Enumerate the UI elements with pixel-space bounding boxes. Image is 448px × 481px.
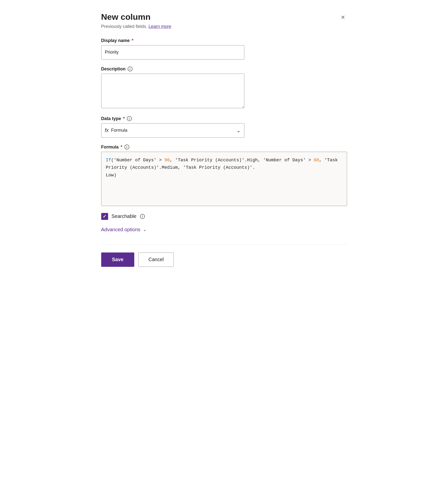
data-type-select-wrapper: fx Formula ⌄ — [101, 123, 244, 138]
data-type-value: Formula — [111, 128, 127, 133]
searchable-row: ✓ Searchable i — [101, 213, 347, 220]
description-info-icon[interactable]: i — [128, 66, 133, 71]
formula-group: Formula * i If('Number of Days' > 90, 'T… — [101, 145, 347, 206]
close-button[interactable]: × — [339, 13, 347, 22]
dialog-title: New column — [101, 12, 151, 22]
searchable-info-icon[interactable]: i — [140, 214, 145, 219]
button-row: Save Cancel — [101, 252, 347, 267]
data-type-label: Data type * i — [101, 116, 347, 121]
formula-text: If('Number of Days' > 90, 'Task Priority… — [106, 158, 341, 178]
data-type-select[interactable]: fx Formula ⌄ — [101, 123, 244, 138]
footer-divider — [101, 244, 347, 245]
formula-editor[interactable]: If('Number of Days' > 90, 'Task Priority… — [101, 152, 347, 206]
cancel-button[interactable]: Cancel — [138, 252, 174, 267]
new-column-dialog: New column × Previously called fields. L… — [88, 0, 360, 279]
display-name-label: Display name * — [101, 38, 347, 43]
formula-label: Formula * i — [101, 145, 347, 150]
required-star-formula: * — [121, 145, 122, 150]
display-name-input[interactable] — [101, 45, 244, 60]
required-star-display-name: * — [132, 38, 134, 43]
dialog-header: New column × — [101, 12, 347, 22]
description-group: Description i — [101, 66, 347, 109]
display-name-group: Display name * — [101, 38, 347, 60]
description-input[interactable] — [101, 74, 244, 108]
data-type-info-icon[interactable]: i — [127, 116, 132, 121]
formula-info-icon[interactable]: i — [124, 145, 129, 149]
dialog-subtitle: Previously called fields. Learn more — [101, 24, 347, 29]
learn-more-link[interactable]: Learn more — [149, 24, 171, 29]
advanced-options-row[interactable]: Advanced options ⌄ — [101, 227, 347, 232]
required-star-data-type: * — [123, 116, 125, 121]
fx-icon: fx — [105, 127, 109, 133]
advanced-options-label: Advanced options — [101, 227, 140, 232]
searchable-checkbox[interactable]: ✓ — [101, 213, 108, 220]
data-type-group: Data type * i fx Formula ⌄ — [101, 116, 347, 138]
searchable-label: Searchable — [112, 213, 136, 219]
chevron-down-icon: ⌄ — [236, 127, 241, 133]
description-label: Description i — [101, 66, 347, 72]
subtitle-text: Previously called fields. — [101, 24, 147, 29]
advanced-options-chevron-icon: ⌄ — [143, 227, 147, 232]
save-button[interactable]: Save — [101, 252, 135, 267]
checkmark-icon: ✓ — [103, 214, 106, 219]
